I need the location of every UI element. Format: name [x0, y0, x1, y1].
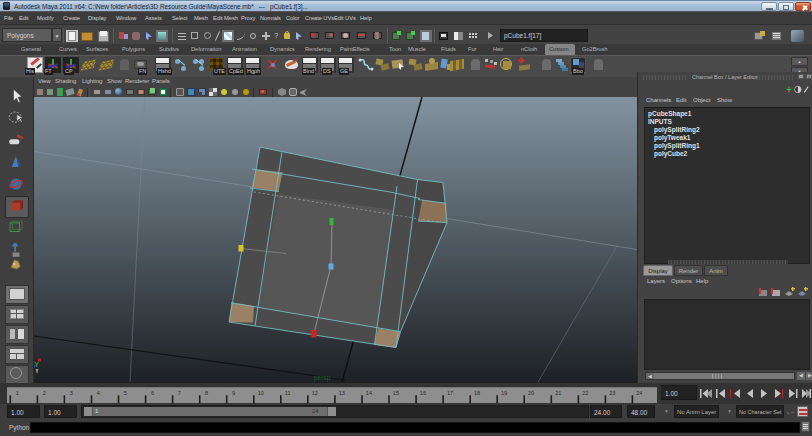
- svg-text:5: 5: [124, 390, 127, 396]
- svg-text:23: 23: [609, 390, 615, 396]
- svg-text:7: 7: [178, 390, 181, 396]
- svg-text:Y: Y: [35, 361, 40, 368]
- svg-text:21: 21: [555, 390, 561, 396]
- svg-text:8: 8: [205, 390, 208, 396]
- svg-text:10: 10: [258, 390, 264, 396]
- svg-text:22: 22: [582, 390, 588, 396]
- svg-text:24: 24: [636, 390, 642, 396]
- svg-text:16: 16: [420, 390, 426, 396]
- svg-text:12: 12: [312, 390, 318, 396]
- svg-text:persp: persp: [314, 374, 331, 382]
- svg-text:11: 11: [285, 390, 291, 396]
- svg-text:17: 17: [447, 390, 453, 396]
- svg-text:9: 9: [232, 390, 235, 396]
- svg-text:19: 19: [501, 390, 507, 396]
- svg-text:14: 14: [366, 390, 372, 396]
- svg-text:2: 2: [43, 390, 46, 396]
- svg-text:1: 1: [16, 390, 19, 396]
- svg-text:4: 4: [97, 390, 100, 396]
- svg-text:18: 18: [474, 390, 480, 396]
- svg-text:15: 15: [393, 390, 399, 396]
- svg-text:3: 3: [70, 390, 73, 396]
- svg-text:13: 13: [339, 390, 345, 396]
- svg-text:20: 20: [528, 390, 534, 396]
- svg-text:6: 6: [151, 390, 154, 396]
